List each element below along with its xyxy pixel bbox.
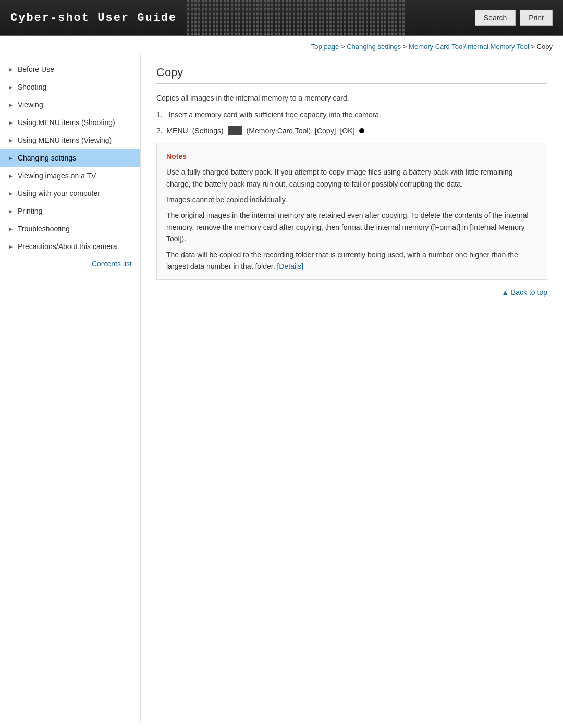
- note-2: Images cannot be copied individually.: [166, 194, 537, 205]
- header-buttons: Search Print: [475, 10, 553, 26]
- sidebar-item-label: Using with your computer: [18, 189, 132, 198]
- breadcrumb-top-page[interactable]: Top page: [311, 43, 339, 51]
- breadcrumb-sep1: >: [341, 43, 347, 51]
- sidebar-item-label: Changing settings: [18, 154, 132, 162]
- memory-card-tool-icon: [228, 126, 242, 135]
- sidebar-item-precautions[interactable]: ► Precautions/About this camera: [0, 238, 140, 255]
- page-title: Copy: [156, 66, 547, 84]
- step-1-text: Insert a memory card with sufficient fre…: [168, 110, 381, 119]
- notes-box: Notes Use a fully charged battery pack. …: [156, 143, 547, 280]
- note-4: The data will be copied to the recording…: [166, 249, 537, 273]
- sidebar-item-viewing-tv[interactable]: ► Viewing images on a TV: [0, 167, 140, 184]
- arrow-icon: ►: [8, 67, 14, 72]
- step-1: 1. Insert a memory card with sufficient …: [156, 109, 547, 120]
- sidebar-item-label: Using MENU items (Shooting): [18, 118, 132, 127]
- breadcrumb-sep2: >: [403, 43, 409, 51]
- breadcrumb-sep3: >: [531, 43, 536, 51]
- sidebar-item-computer[interactable]: ► Using with your computer: [0, 184, 140, 202]
- arrow-icon: ►: [8, 102, 14, 108]
- stripe-lines: [187, 0, 405, 35]
- arrow-icon: ►: [8, 191, 14, 196]
- main-container: ► Before Use ► Shooting ► Viewing ► Usin…: [0, 55, 563, 721]
- sidebar-item-label: Viewing images on a TV: [18, 171, 132, 180]
- contents-list-link[interactable]: Contents list: [0, 255, 140, 272]
- intro-text: Copies all images in the internal memory…: [156, 92, 547, 104]
- arrow-icon: ►: [8, 120, 14, 126]
- breadcrumb: Top page > Changing settings > Memory Ca…: [0, 36, 563, 55]
- content-area: Copy Copies all images in the internal m…: [141, 55, 563, 721]
- sidebar-item-changing-settings[interactable]: ► Changing settings: [0, 149, 140, 167]
- step-2-ok: [OK]: [340, 127, 355, 135]
- bullet-icon: [359, 128, 364, 133]
- header-stripe-decoration: [187, 0, 464, 35]
- step-2-num: 2. MENU: [156, 127, 188, 135]
- arrow-icon: ►: [8, 84, 14, 90]
- site-title: Cyber-shot User Guide: [10, 11, 177, 24]
- sidebar-item-troubleshooting[interactable]: ► Troubleshooting: [0, 220, 140, 238]
- back-to-top[interactable]: ▲ Back to top: [156, 280, 547, 301]
- note-1: Use a fully charged battery pack. If you…: [166, 166, 537, 190]
- header: Cyber-shot User Guide Search Print: [0, 0, 563, 36]
- sidebar-item-viewing[interactable]: ► Viewing: [0, 96, 140, 114]
- breadcrumb-changing-settings[interactable]: Changing settings: [347, 43, 401, 51]
- arrow-icon: ►: [8, 173, 14, 179]
- step-2-settings: (Settings): [192, 127, 224, 135]
- arrow-icon: ►: [8, 208, 14, 214]
- print-button[interactable]: Print: [520, 10, 553, 26]
- arrow-icon: ►: [8, 155, 14, 161]
- sidebar: ► Before Use ► Shooting ► Viewing ► Usin…: [0, 55, 141, 721]
- breadcrumb-memory-card-tool[interactable]: Memory Card Tool/Internal Memory Tool: [409, 43, 529, 51]
- sidebar-item-menu-shooting[interactable]: ► Using MENU items (Shooting): [0, 114, 140, 131]
- sidebar-item-label: Viewing: [18, 101, 132, 109]
- sidebar-item-printing[interactable]: ► Printing: [0, 202, 140, 220]
- sidebar-item-label: Precautions/About this camera: [18, 242, 132, 251]
- step-2: 2. MENU (Settings) (Memory Card Tool) [C…: [156, 126, 547, 135]
- breadcrumb-current: Copy: [537, 43, 553, 51]
- step-2-copy: [Copy]: [315, 127, 336, 135]
- sidebar-item-label: Troubleshooting: [18, 225, 132, 233]
- note-3: The original images in the internal memo…: [166, 209, 537, 244]
- sidebar-item-menu-viewing[interactable]: ► Using MENU items (Viewing): [0, 131, 140, 149]
- details-link[interactable]: [Details]: [277, 262, 303, 270]
- sidebar-item-before-use[interactable]: ► Before Use: [0, 60, 140, 78]
- arrow-icon: ►: [8, 244, 14, 250]
- sidebar-item-label: Shooting: [18, 83, 132, 91]
- sidebar-item-label: Before Use: [18, 65, 132, 73]
- sidebar-item-label: Printing: [18, 207, 132, 215]
- search-button[interactable]: Search: [475, 10, 516, 26]
- footer: Copyright 2012 Sony Corporation: [0, 721, 563, 728]
- step-2-tool: (Memory Card Tool): [247, 127, 311, 135]
- arrow-icon: ►: [8, 226, 14, 232]
- notes-title: Notes: [166, 151, 537, 162]
- arrow-icon: ►: [8, 138, 14, 143]
- sidebar-item-shooting[interactable]: ► Shooting: [0, 78, 140, 96]
- sidebar-item-label: Using MENU items (Viewing): [18, 136, 132, 144]
- step-1-num: 1.: [156, 110, 166, 119]
